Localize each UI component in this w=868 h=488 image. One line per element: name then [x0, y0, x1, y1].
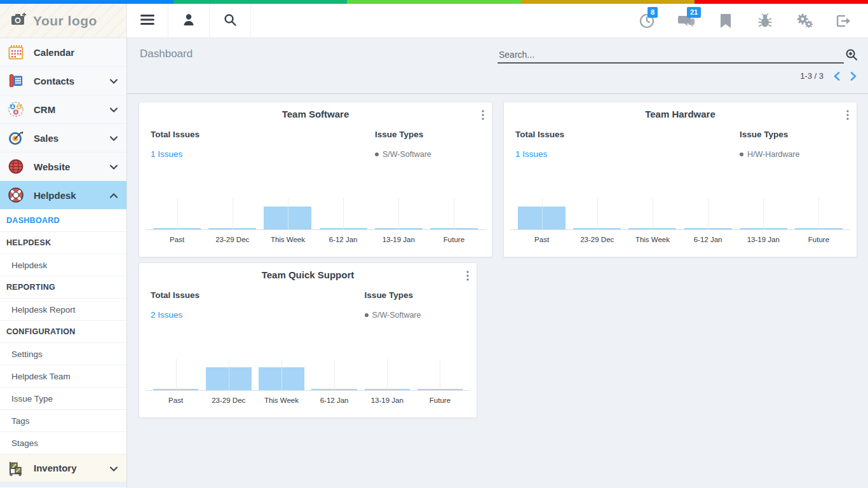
axis-tick	[454, 198, 454, 230]
logo[interactable]: Your logo	[0, 4, 127, 37]
chart-bar[interactable]	[206, 367, 252, 390]
chart-bar[interactable]	[153, 228, 201, 229]
chart-x-label: Future	[414, 396, 466, 404]
sidebar-subitem-helpdesk[interactable]: Helpdesk	[0, 254, 126, 276]
total-issues-label: Total Issues	[151, 290, 365, 300]
sidebar-subitem-settings[interactable]: Settings	[0, 343, 126, 365]
sidebar-subitem-tags[interactable]: Tags	[0, 410, 126, 432]
logout-button[interactable]	[835, 12, 853, 30]
chart-bar[interactable]	[264, 207, 311, 229]
sidebar-item-helpdesk[interactable]: Helpdesk	[0, 181, 126, 210]
search-input[interactable]	[498, 47, 844, 64]
search-icon	[223, 13, 237, 29]
recent-clock-button[interactable]: 8	[638, 12, 656, 30]
sidebar-item-calendar[interactable]: Calendar	[0, 38, 126, 67]
chart-slot: This Week	[625, 205, 680, 247]
bug-report-button[interactable]	[756, 12, 774, 30]
axis-tick	[597, 198, 598, 230]
menu-toggle-button[interactable]	[127, 4, 168, 37]
legend-dot-icon	[375, 152, 379, 156]
chevron-down-icon	[110, 75, 118, 86]
chart-bar[interactable]	[365, 389, 410, 390]
sidebar-subitem-helpdesk-report[interactable]: Helpdesk Report	[0, 299, 126, 321]
card-title: Team Software	[139, 102, 492, 119]
sales-target-icon	[6, 128, 25, 147]
chart-bar[interactable]	[375, 228, 423, 229]
chart-slot: 13-19 Jan	[371, 205, 426, 247]
legend-item: S/W-Software	[365, 311, 465, 320]
sidebar-item-sales[interactable]: Sales	[0, 124, 126, 152]
card-menu-button[interactable]	[845, 109, 850, 124]
chart-bar[interactable]	[518, 207, 566, 229]
chart-x-label: 13-19 Jan	[371, 236, 426, 243]
chart-bar[interactable]	[684, 228, 732, 229]
issue-types-label: Issue Types	[375, 130, 480, 139]
issue-types-label: Issue Types	[365, 290, 465, 300]
pagination-next-button[interactable]	[850, 72, 857, 81]
chat-button[interactable]: 21	[677, 12, 695, 30]
chart-x-label: Past	[514, 236, 569, 243]
sidebar-section-helpdesk: HELPDESK	[0, 232, 126, 254]
sidebar-item-website[interactable]: Website	[0, 152, 126, 181]
chart-bar[interactable]	[573, 228, 621, 229]
chart-bar[interactable]	[311, 389, 357, 390]
pagination: 1-3 / 3	[800, 71, 857, 81]
axis-tick	[177, 198, 178, 230]
chart-bar[interactable]	[153, 389, 199, 390]
total-issues-link[interactable]: 2 Issues	[151, 310, 182, 320]
sidebar-subitem-stages[interactable]: Stages	[0, 432, 126, 454]
sidebar-item-contacts[interactable]: Contacts	[0, 67, 126, 95]
card-stats: Total Issues 1 Issues Issue Types S/W-So…	[139, 119, 492, 159]
card-menu-button[interactable]	[480, 109, 485, 124]
user-button[interactable]	[168, 4, 210, 37]
chart-slot: Future	[426, 205, 482, 247]
helpdesk-lifebuoy-icon	[6, 186, 25, 205]
chart-x-label: This Week	[260, 236, 315, 243]
card-team-quick-support: Team Quick Support Total Issues 2 Issues…	[139, 262, 477, 418]
chart-slot: Past	[514, 205, 569, 247]
search-field	[498, 47, 844, 64]
bookmark-button[interactable]	[717, 12, 735, 30]
total-issues-link[interactable]: 1 Issues	[515, 149, 547, 159]
card-team-software: Team Software Total Issues 1 Issues Issu…	[139, 102, 492, 257]
axis-tick	[387, 359, 388, 391]
chart-slot: Past	[149, 205, 205, 247]
bar-chart-team-quick-support: Past23-29 DecThis Week6-12 Jan13-19 JanF…	[149, 365, 466, 407]
total-issues-link[interactable]: 1 Issues	[151, 149, 182, 159]
chart-bar[interactable]	[740, 228, 787, 229]
settings-gears-button[interactable]	[796, 12, 813, 30]
chevron-down-icon	[110, 132, 118, 144]
chart-x-label: 6-12 Jan	[316, 236, 371, 243]
chat-badge: 21	[687, 7, 701, 18]
chart-bar[interactable]	[320, 228, 367, 229]
sidebar-item-label: Helpdesk	[34, 190, 76, 201]
page-title: Dashboard	[140, 48, 193, 60]
axis-tick	[818, 198, 819, 230]
camera-icon	[10, 11, 27, 30]
sidebar-subitem-dashboard[interactable]: DASHBOARD	[0, 210, 126, 232]
chart-bar[interactable]	[417, 389, 463, 390]
legend-item: S/W-Software	[375, 150, 480, 159]
chart-x-label: 6-12 Jan	[681, 236, 736, 243]
sidebar-subitem-issue-type[interactable]: Issue Type	[0, 388, 126, 410]
chart-bar[interactable]	[208, 228, 256, 229]
chart-bar[interactable]	[430, 228, 478, 229]
search-zoom-icon[interactable]	[845, 48, 858, 64]
chart-bar[interactable]	[795, 228, 843, 229]
pagination-prev-button[interactable]	[834, 72, 840, 81]
chart-bar[interactable]	[259, 367, 304, 390]
card-menu-button[interactable]	[465, 269, 470, 285]
sidebar-subitem-helpdesk-team[interactable]: Helpdesk Team	[0, 365, 126, 388]
sidebar-item-crm[interactable]: CRM	[0, 95, 126, 124]
chart-x-label: 23-29 Dec	[205, 236, 260, 243]
axis-tick	[440, 359, 440, 391]
pagination-range: 1-3 / 3	[800, 71, 824, 81]
chevron-down-icon	[110, 463, 118, 474]
bar-chart-team-hardware: Past23-29 DecThis Week6-12 Jan13-19 JanF…	[514, 205, 846, 247]
chart-slot: This Week	[260, 205, 315, 247]
sidebar-item-label: Inventory	[34, 463, 77, 473]
website-globe-icon	[6, 157, 25, 176]
sidebar-item-inventory[interactable]: Inventory	[0, 454, 126, 482]
search-button[interactable]	[210, 4, 251, 37]
chart-bar[interactable]	[628, 228, 676, 229]
